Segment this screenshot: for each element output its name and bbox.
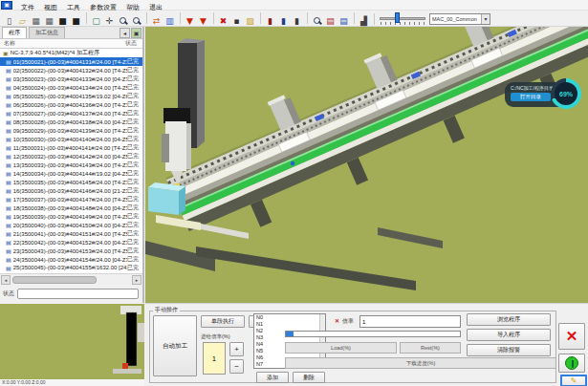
rest-progressbar: Rest(%) (400, 342, 461, 354)
program-row[interactable]: ▤20(3500040)-(00-03)#4004150#/24.00 [04-… (0, 221, 142, 229)
program-row[interactable]: ▤08(3500028)-(00-03)#4004138#/24.00 [04-… (0, 118, 142, 126)
status-input[interactable] (17, 289, 139, 299)
program-row[interactable]: ▤01(3500021)-(00-03)#4004131#/24.00 [T4-… (0, 57, 142, 66)
monitor-icon[interactable]: ▥ (163, 15, 176, 28)
segment-list-item[interactable]: N0 (254, 314, 325, 321)
program-file-icon: ▤ (6, 84, 11, 91)
program-row[interactable]: ▤11(3500031)-(00-03)#4004141#/24.00 [T4-… (0, 143, 142, 152)
tab-2[interactable]: 加工信息 (29, 27, 65, 38)
tabs: 程序加工信息 (0, 27, 65, 38)
open-folder-icon[interactable]: ▱ (16, 15, 29, 28)
rate-input[interactable] (359, 315, 461, 328)
edit-button[interactable]: ✎ (560, 375, 587, 386)
clear-alarm-button[interactable]: 清除报警 (467, 344, 551, 356)
program-row[interactable]: ▤13(3500033)-(00-03)#4004143#/24.00 [T4-… (0, 161, 142, 169)
program-status: 已完 (127, 126, 142, 135)
browse-program-button[interactable]: 浏览程序 (467, 313, 551, 326)
block-view-icon[interactable]: ■ (56, 15, 69, 28)
program-row[interactable]: ▤24(3500044)-(00-03)#4004154#/24.00 [04-… (0, 255, 142, 264)
transfer-icon[interactable]: ⇄ (150, 15, 163, 28)
program-status: 已完 (127, 75, 142, 83)
panel-tabs: 程序加工信息 ◂ ▣ (0, 27, 142, 39)
export-icon[interactable]: ▧ (244, 15, 256, 28)
machine-3d-viewport[interactable]: C:/NC加工/程序目录 打开目录 69% (145, 27, 588, 304)
save-icon[interactable]: ▦ (30, 15, 42, 28)
download-all-icon[interactable]: ▼ (197, 15, 209, 28)
new-file-icon[interactable]: ▯ (3, 15, 15, 28)
program-row[interactable]: ▤17(3500037)-(00-03)#4004147#/24.00 [T4-… (0, 195, 142, 204)
delete-icon[interactable]: ✖ (217, 15, 229, 28)
program-row[interactable]: ▤03(3500023)-(00-03)#4004133#/24.00 [04-… (0, 75, 142, 83)
column-status[interactable]: 状态 (125, 39, 142, 48)
tree-root[interactable]: ▣ NC-3,7,9 40.5*41(M42)*4 加工程序 (0, 49, 142, 57)
auto-run-button[interactable]: 自动加工 (153, 315, 197, 376)
program-row[interactable]: ▤05(3500025)-(00-03)#4004135#/19.02 [04-… (0, 92, 142, 100)
machine-red-icon[interactable]: ▮ (264, 15, 276, 28)
program-name: 12(3500032)-(00-03)#4004142#/24.00 [04-Z… (13, 154, 127, 160)
decrease-button[interactable]: − (229, 359, 244, 374)
search-icon (314, 17, 320, 24)
program-row[interactable]: ▤09(3500029)-(00-03)#4004139#/24.00 [T4-… (0, 126, 142, 135)
machine-select[interactable]: MAC_00_Common ▾ (429, 13, 490, 25)
tab-scroll-left-icon[interactable]: ◂ (120, 28, 130, 38)
program-row[interactable]: ▤14(3500034)-(00-03)#4004144#/19.02 [04-… (0, 169, 142, 178)
column-name[interactable]: 名称 (0, 39, 125, 48)
program-name: 20(3500040)-(00-03)#4004150#/24.00 [04-Z… (13, 223, 127, 228)
search-icon[interactable] (311, 14, 323, 27)
open-folder-button[interactable]: 打开目录 (511, 93, 551, 101)
report-blue-icon[interactable]: ▤ (338, 15, 350, 28)
feed-override-input[interactable] (203, 342, 226, 375)
save-all-icon[interactable]: ▦ (43, 15, 55, 28)
power-icon (565, 356, 578, 370)
machine-blue-icon[interactable]: ▮ (277, 15, 290, 28)
program-name: 11(3500031)-(00-03)#4004141#/24.00 [T4-Z… (13, 145, 127, 151)
machine-dark-icon[interactable]: ▮ (291, 15, 303, 28)
program-row[interactable]: ▤12(3500032)-(00-03)#4004142#/24.00 [04-… (0, 152, 142, 161)
program-row[interactable]: ▤06(3500026)-(00-03)#4004136#/24.00 [T4-… (0, 100, 142, 109)
delete-button[interactable]: 删除 (293, 372, 325, 383)
block-view2-icon[interactable]: ■ (70, 15, 82, 28)
single-step-button[interactable]: 单段执行 (201, 315, 245, 328)
program-row[interactable]: ▤10(3500030)-(00-03)#4004140#/24.00 [04-… (0, 135, 142, 143)
slider-thumb[interactable] (395, 12, 400, 23)
tab-go-icon[interactable]: ▣ (131, 28, 142, 38)
chevron-down-icon[interactable]: ▾ (481, 14, 490, 24)
add-button[interactable]: 添加 (256, 372, 289, 383)
scroll-left-icon[interactable]: ◂ (1, 275, 11, 285)
scroll-right-icon[interactable]: ▸ (132, 275, 142, 285)
segment-list-item[interactable]: N1 (254, 321, 325, 328)
program-row[interactable]: ▤16(3500036)-(00-03)#4004146#/24.00 [21-… (0, 186, 142, 195)
program-row[interactable]: ▤25(3500045)-(00-03)#4004155#/1632.00 [2… (0, 264, 142, 272)
program-row[interactable]: ▤18(3500038)-(00-03)#4004148#/24.00 [04-… (0, 204, 142, 212)
program-row[interactable]: ▤04(3500024)-(00-03)#4004134#/24.00 [T4-… (0, 83, 142, 92)
report-red-icon[interactable]: ▤ (324, 15, 337, 28)
program-row[interactable]: ▤07(3500027)-(00-03)#4004137#/24.00 [T4-… (0, 109, 142, 118)
zoom-fit-icon[interactable] (130, 14, 142, 27)
stats-icon[interactable]: ▟ (358, 15, 370, 28)
program-list: ▤01(3500021)-(00-03)#4004131#/24.00 [T4-… (0, 57, 142, 273)
progress-gauge-value: 69% (555, 82, 577, 105)
program-row[interactable]: ▤19(3500039)-(00-03)#4004149#/24.00 [T4-… (0, 212, 142, 221)
stop-button[interactable]: ✕ (558, 323, 585, 350)
stop-task-icon[interactable]: ▪ (230, 15, 243, 28)
program-row[interactable]: ▤02(3500022)-(00-03)#4004132#/24.00 [T4-… (0, 66, 142, 75)
start-button[interactable] (558, 354, 585, 373)
program-row[interactable]: ▤15(3500035)-(00-03)#4004145#/24.00 [T4-… (0, 178, 142, 186)
speed-slider[interactable] (380, 12, 425, 25)
program-row[interactable]: ▤23(3500043)-(00-03)#4004153#/24.00 [T4-… (0, 247, 142, 255)
toolbar-separator (213, 12, 214, 24)
pan-icon[interactable]: ✛ (103, 15, 116, 28)
program-row[interactable]: ▤21(3500041)-(00-03)#4004151#/24.00 [T4-… (0, 229, 142, 238)
import-program-button[interactable]: 导入程序 (467, 329, 551, 341)
toolbar-separator (374, 13, 375, 25)
program-row[interactable]: ▤22(3500042)-(00-03)#4004152#/24.00 [04-… (0, 238, 142, 247)
horizontal-scrollbar[interactable]: ◂ ▸ (0, 273, 142, 285)
increase-button[interactable]: + (229, 342, 244, 356)
scrollbar-thumb[interactable] (12, 276, 97, 284)
program-file-icon: ▤ (6, 256, 11, 263)
tab-1[interactable]: 程序 (2, 27, 27, 38)
download-icon[interactable]: ▼ (184, 15, 196, 28)
mini-3d-viewport[interactable] (0, 304, 144, 379)
zoom-in-icon[interactable] (117, 14, 129, 27)
select-frame-icon[interactable]: ▢ (90, 15, 102, 28)
